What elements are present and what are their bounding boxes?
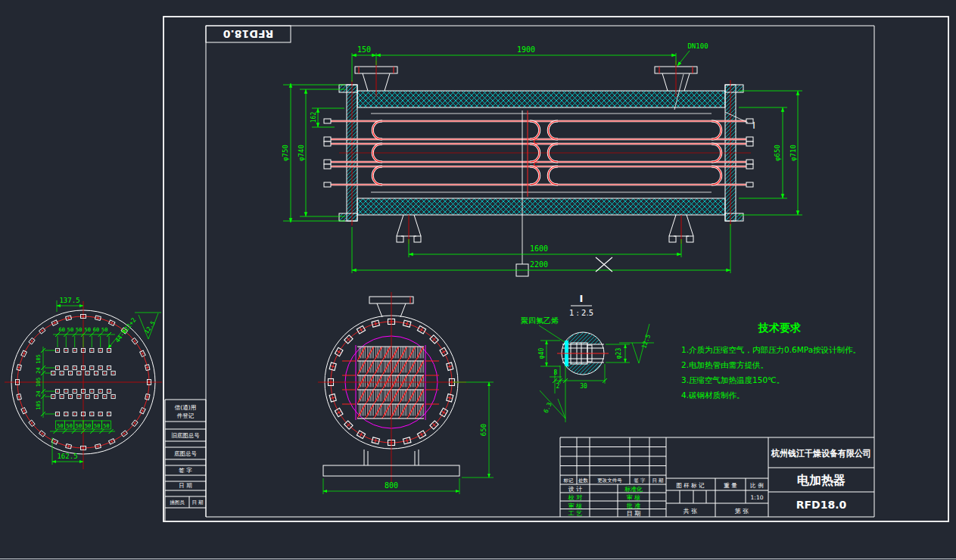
sign-date: 日 期 (627, 510, 641, 517)
sign-approve: 批 准 (627, 502, 641, 509)
sign-check: 校 对 (568, 494, 583, 501)
dim-105b: 105 (36, 378, 42, 387)
break-symbol (596, 257, 612, 272)
dim-24a: 24 (36, 367, 42, 373)
dim-box-50f: 50 (103, 423, 109, 429)
dim-162: 162 (310, 112, 317, 123)
tech-req-title: 技术要求 (758, 322, 801, 334)
sheet-stamp: RFD18.0 (223, 28, 273, 40)
dim-105a: 105 (36, 354, 42, 364)
detail-scale: 1 : 2.5 (569, 309, 593, 317)
detail-title: I (580, 293, 584, 304)
rev-header-sign: 签 字 (634, 478, 646, 484)
dim-box-50a: 50 (57, 423, 63, 429)
nozzle-dn100-label: DN100 (687, 42, 708, 50)
margin-tracer-date: 日 期 (192, 499, 203, 506)
tech-req-item-3: 3.压缩空气加热温度150℃。 (681, 375, 784, 384)
dim-8: 8 (554, 369, 558, 376)
tech-req-item-1: 1.介质为压缩空气，内部压力0.6MPa按设计制作。 (681, 345, 861, 354)
dim-box-50e: 50 (94, 423, 100, 429)
info-header-mark: 图 样 标 记 (676, 482, 705, 489)
sheet-number: 第 张 (735, 508, 749, 515)
sign-audit: 审 核 (568, 502, 583, 509)
scale-value: 1:10 (751, 494, 764, 501)
saddle-supports (397, 215, 693, 244)
dim-row-50b: 50 (76, 327, 82, 333)
rev-header-count: 处数 (578, 478, 589, 484)
tech-req-item-4: 4.碳钢材质制作。 (681, 390, 745, 400)
rev-header-mark: 标记 (563, 478, 575, 484)
dim-box-50c: 50 (76, 423, 82, 429)
info-header-scale: 比 例 (750, 482, 763, 489)
dim-24b: 24 (36, 390, 42, 397)
dim-phi650: φ650 (774, 145, 781, 161)
drawing-number: RFD18.0 (796, 499, 847, 511)
margin-row-signature: 签 字 (179, 467, 192, 474)
dim-phi750: φ750 (282, 145, 289, 161)
detail-marker-label: I (752, 120, 755, 131)
dim-650: 650 (480, 424, 487, 436)
sign-process: 工 艺 (568, 510, 583, 517)
margin-row-old-drawing-no: 旧底图总号 (171, 432, 200, 439)
dim-2: 2 (556, 383, 560, 390)
cad-drawing-canvas[interactable]: RFD18.0 (0, 0, 956, 560)
tube-sheet-dimensions (41, 300, 161, 465)
margin-row-date: 日 期 (179, 482, 192, 489)
tech-req-item-2: 2.电加热管由需方提供。 (681, 360, 768, 369)
product-title: 电加热器 (797, 473, 845, 487)
dim-phi40: φ40 (538, 348, 545, 359)
sheet-total: 共 张 (684, 508, 698, 515)
roughness-12-5-detail: 12.5 (640, 333, 652, 349)
dim-box-50b: 50 (66, 423, 72, 429)
dim-row-50d: 50 (101, 327, 107, 333)
dim-1900: 1900 (517, 45, 535, 54)
dim-800: 800 (385, 481, 398, 490)
company-name: 杭州钱江干燥设备有限公司 (771, 448, 871, 459)
dim-phi23: φ23 (615, 348, 622, 359)
dim-row-60a: 60 (58, 327, 64, 333)
info-header-weight: 重 量 (724, 482, 737, 489)
sign-standard: 标准化 (624, 486, 643, 493)
margin-row-borrow-2: 件登记 (177, 412, 195, 419)
ptfe-label: 聚四氟乙烯 (521, 316, 559, 325)
dim-row-60b: 60 (93, 327, 99, 333)
tube-sheet-view: 137.5 60 50 50 50 60 50 105 24 105 24 10… (5, 297, 162, 469)
sign-design: 设 计 (568, 486, 583, 493)
heating-elements (324, 110, 753, 197)
rev-header-file: 更改文件号 (597, 478, 622, 484)
dim-30: 30 (580, 383, 587, 390)
cad-application-window: RFD18.0 (0, 0, 956, 560)
coil-bundle (342, 345, 439, 420)
title-block: 杭州钱江干燥设备有限公司 电加热器 RFD18.0 标记 处数 更改文件号 签 … (560, 437, 874, 517)
dim-137-5: 137.5 (59, 297, 79, 304)
dim-phi710: φ710 (789, 145, 797, 161)
dim-row-50c: 50 (84, 327, 90, 333)
margin-row-borrow-1: 借(通)用 (175, 404, 196, 411)
roughness-12-5-tubesheet: 12.5 (143, 320, 157, 335)
dim-105c: 105 (36, 400, 42, 410)
dim-1600: 1600 (530, 244, 548, 253)
dim-2200: 2200 (530, 260, 548, 269)
sign-review: 审 核 (627, 494, 641, 501)
front-view: 800 650 (318, 292, 494, 494)
dim-phi740: φ740 (297, 145, 305, 161)
dim-150: 150 (357, 45, 371, 54)
margin-row-drawing-no: 底图总号 (174, 450, 198, 457)
dim-box-50d: 50 (85, 423, 91, 429)
dim-row-50a: 50 (67, 327, 73, 333)
dim-162-5: 162.5 (57, 453, 77, 460)
margin-table: 借(通)用 件登记 旧底图总号 底图总号 签 字 日 期 描图员 日 期 (165, 400, 206, 521)
main-assembly-view: I 150 1900 DN100 φ750 φ740 1 (282, 42, 802, 276)
margin-tracer: 描图员 (170, 499, 185, 506)
rev-header-date: 日 期 (652, 478, 663, 484)
technical-requirements: 技术要求 1.介质为压缩空气，内部压力0.6MPa按设计制作。 2.电加热管由需… (681, 322, 861, 400)
detail-view: I 1 : 2.5 (521, 293, 654, 422)
